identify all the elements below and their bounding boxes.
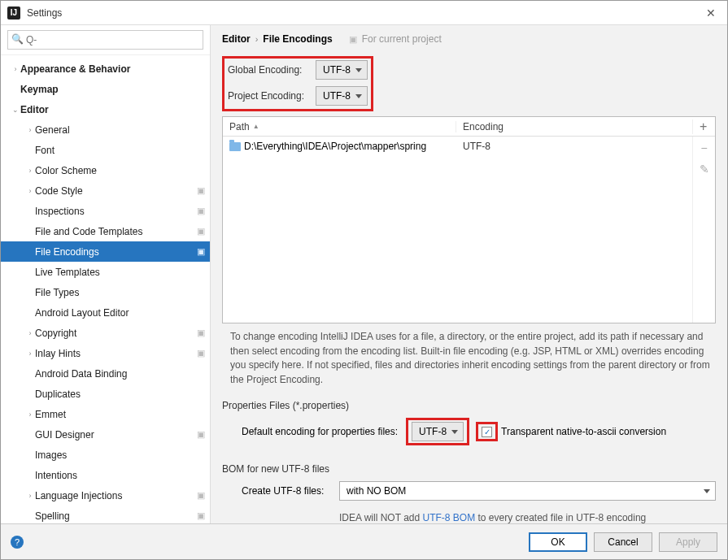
- sidebar-item-editor[interactable]: ⌄Editor: [1, 99, 210, 119]
- properties-row: Default encoding for properties files: U…: [222, 418, 716, 445]
- settings-window: IJ Settings ✕ 🔍 ›Appearance & BehaviorKe…: [0, 0, 728, 560]
- global-encoding-dropdown[interactable]: UTF-8: [316, 60, 368, 80]
- sidebar-item-label: Inlay Hints: [35, 348, 194, 359]
- project-scope-icon: ▣: [349, 34, 357, 45]
- settings-tree[interactable]: ›Appearance & BehaviorKeymap⌄Editor›Gene…: [1, 55, 210, 523]
- col-path[interactable]: Path▲: [223, 121, 456, 132]
- cancel-button[interactable]: Cancel: [594, 532, 652, 552]
- bom-row: Create UTF-8 files: with NO BOM: [222, 481, 716, 501]
- edit-row-button[interactable]: ✎: [700, 163, 709, 176]
- sidebar-item-code-style[interactable]: ›Code Style▣: [1, 180, 210, 201]
- transparent-ascii-checkbox[interactable]: ✓: [482, 427, 492, 437]
- sidebar-item-images[interactable]: Images: [1, 445, 210, 465]
- chevron-icon: ⌄: [11, 106, 20, 114]
- breadcrumb-editor: Editor: [222, 33, 251, 45]
- sidebar-item-label: Spelling: [35, 510, 194, 522]
- sidebar-item-label: Font: [35, 145, 205, 156]
- encoding-cell[interactable]: UTF-8: [456, 141, 692, 152]
- sidebar-item-label: Language Injections: [35, 490, 194, 501]
- project-scope-icon: ▣: [197, 429, 205, 440]
- chevron-icon: ›: [25, 187, 35, 195]
- project-scope-icon: ▣: [197, 348, 205, 358]
- close-icon[interactable]: ✕: [701, 7, 721, 20]
- help-icon[interactable]: ?: [11, 536, 24, 549]
- ok-button[interactable]: OK: [529, 532, 587, 552]
- sidebar-item-copyright[interactable]: ›Copyright▣: [1, 323, 210, 343]
- sidebar: 🔍 ›Appearance & BehaviorKeymap⌄Editor›Ge…: [1, 25, 211, 523]
- sidebar-item-font[interactable]: Font: [1, 140, 210, 160]
- sidebar-item-keymap[interactable]: Keymap: [1, 79, 210, 99]
- sidebar-item-file-and-code-templates[interactable]: File and Code Templates▣: [1, 221, 210, 241]
- window-title: Settings: [27, 7, 701, 19]
- sidebar-item-label: Images: [35, 449, 205, 461]
- folder-icon: [229, 142, 241, 151]
- sidebar-item-intentions[interactable]: Intentions: [1, 465, 210, 485]
- global-encoding-label: Global Encoding:: [228, 64, 316, 76]
- project-scope-icon: ▣: [197, 185, 205, 196]
- breadcrumb-file-encodings: File Encodings: [263, 33, 332, 45]
- sidebar-item-live-templates[interactable]: Live Templates: [1, 262, 210, 282]
- sidebar-item-label: Duplicates: [35, 389, 205, 400]
- properties-encoding-label: Default encoding for properties files:: [242, 426, 398, 437]
- sidebar-item-gui-designer[interactable]: GUI Designer▣: [1, 424, 210, 445]
- sidebar-item-label: Color Scheme: [35, 165, 205, 176]
- sidebar-item-label: Inspections: [35, 206, 194, 217]
- encoding-form: Global Encoding: UTF-8 Project Encoding:…: [222, 56, 716, 111]
- bom-note: IDEA will NOT add UTF-8 BOM to every cre…: [222, 512, 716, 523]
- sidebar-item-file-types[interactable]: File Types: [1, 282, 210, 302]
- sidebar-item-label: File and Code Templates: [35, 226, 194, 237]
- chevron-icon: ›: [25, 410, 35, 419]
- properties-section-title: Properties Files (*.properties): [222, 400, 716, 411]
- sidebar-item-label: Android Data Binding: [35, 368, 205, 380]
- utf8-bom-link[interactable]: UTF-8 BOM: [422, 512, 475, 523]
- chevron-icon: ›: [25, 349, 35, 358]
- sidebar-item-inspections[interactable]: Inspections▣: [1, 201, 210, 221]
- sidebar-item-appearance-behavior[interactable]: ›Appearance & Behavior: [1, 59, 210, 79]
- chevron-right-icon: ›: [255, 34, 259, 44]
- sidebar-item-color-scheme[interactable]: ›Color Scheme: [1, 160, 210, 180]
- properties-encoding-dropdown[interactable]: UTF-8: [412, 422, 464, 441]
- sidebar-item-language-injections[interactable]: ›Language Injections▣: [1, 485, 210, 506]
- col-encoding[interactable]: Encoding: [456, 121, 692, 132]
- sidebar-item-label: Emmet: [35, 409, 205, 420]
- project-scope-icon: ▣: [197, 246, 205, 257]
- path-text: D:\Everything\IDEA\Project\mapper\spring: [244, 141, 426, 152]
- app-icon: IJ: [7, 7, 20, 20]
- chevron-icon: ›: [25, 167, 35, 175]
- table-side-actions: − ✎: [692, 137, 715, 323]
- project-encoding-label: Project Encoding:: [228, 90, 316, 102]
- add-row-button[interactable]: +: [692, 119, 715, 134]
- sidebar-item-inlay-hints[interactable]: ›Inlay Hints▣: [1, 343, 210, 363]
- sidebar-item-android-data-binding[interactable]: Android Data Binding: [1, 363, 210, 384]
- table-rows: D:\Everything\IDEA\Project\mapper\spring…: [223, 137, 692, 323]
- sidebar-item-android-layout-editor[interactable]: Android Layout Editor: [1, 302, 210, 323]
- search-box: 🔍: [7, 30, 203, 50]
- sidebar-item-spelling[interactable]: Spelling▣: [1, 506, 210, 523]
- sidebar-item-label: Live Templates: [35, 267, 205, 278]
- remove-row-button[interactable]: −: [700, 141, 707, 154]
- chevron-icon: ›: [25, 329, 35, 337]
- transparent-ascii-label: Transparent native-to-ascii conversion: [501, 426, 666, 437]
- search-input[interactable]: [7, 30, 203, 50]
- sidebar-item-label: GUI Designer: [35, 429, 194, 441]
- sidebar-item-label: General: [35, 124, 205, 136]
- create-utf8-dropdown[interactable]: with NO BOM: [339, 481, 716, 501]
- sidebar-item-emmet[interactable]: ›Emmet: [1, 404, 210, 424]
- project-scope-icon: ▣: [197, 226, 205, 237]
- table-row[interactable]: D:\Everything\IDEA\Project\mapper\spring…: [223, 137, 692, 156]
- sidebar-item-general[interactable]: ›General: [1, 119, 210, 140]
- sidebar-item-label: Intentions: [35, 470, 205, 481]
- titlebar: IJ Settings ✕: [1, 1, 727, 25]
- sidebar-item-label: Editor: [20, 104, 205, 115]
- sort-asc-icon: ▲: [253, 123, 259, 130]
- sidebar-item-file-encodings[interactable]: File Encodings▣: [1, 241, 210, 262]
- sidebar-item-duplicates[interactable]: Duplicates: [1, 384, 210, 404]
- encoding-hint: To change encoding IntelliJ IDEA uses fo…: [222, 328, 716, 395]
- project-encoding-dropdown[interactable]: UTF-8: [316, 86, 368, 106]
- bom-section-title: BOM for new UTF-8 files: [222, 463, 716, 475]
- apply-button[interactable]: Apply: [659, 532, 717, 552]
- sidebar-item-label: Appearance & Behavior: [20, 63, 205, 75]
- table-header: Path▲ Encoding +: [223, 117, 715, 137]
- project-scope-icon: ▣: [197, 510, 205, 521]
- project-scope-icon: ▣: [197, 206, 205, 216]
